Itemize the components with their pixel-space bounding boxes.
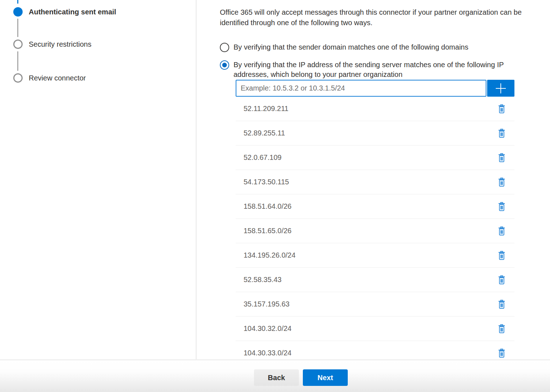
delete-ip-button[interactable]: [496, 103, 508, 115]
page-description: Office 365 will only accept messages thr…: [220, 7, 549, 28]
trash-icon: [498, 104, 506, 114]
delete-ip-button[interactable]: [496, 250, 508, 261]
delete-ip-button[interactable]: [496, 152, 508, 163]
ip-address-value: 104.30.33.0/24: [244, 349, 291, 357]
ip-address-value: 52.58.35.43: [244, 276, 282, 284]
delete-ip-button[interactable]: [496, 299, 508, 310]
ip-address-value: 52.0.67.109: [244, 153, 282, 162]
ip-address-value: 35.157.195.63: [244, 300, 290, 308]
next-button[interactable]: Next: [303, 369, 348, 386]
step-review-connector[interactable]: Review connector: [13, 73, 86, 83]
step-label: Review connector: [29, 74, 86, 82]
wizard-footer: Back Next: [0, 359, 550, 392]
radio-selected-icon: [220, 60, 229, 70]
ip-list-item: 52.89.255.11: [236, 121, 514, 146]
ip-list-item: 52.58.35.43: [236, 268, 514, 292]
ip-list-item: 52.11.209.211: [236, 97, 514, 121]
ip-address-value: 158.51.64.0/26: [244, 202, 291, 211]
trash-icon: [498, 275, 506, 285]
delete-ip-button[interactable]: [496, 225, 508, 237]
delete-ip-button[interactable]: [496, 176, 508, 188]
step-circle-icon: [13, 73, 23, 83]
delete-ip-button[interactable]: [496, 274, 508, 286]
ip-list-item: 104.30.32.0/24: [236, 317, 514, 341]
trash-icon: [498, 349, 506, 358]
ip-address-value: 54.173.50.115: [244, 178, 289, 186]
radio-option-label: By verifying that the IP address of the …: [234, 60, 538, 79]
trash-icon: [498, 129, 506, 138]
delete-ip-button[interactable]: [496, 128, 508, 139]
radio-option-label: By verifying that the sender domain matc…: [234, 42, 468, 52]
trash-icon: [498, 226, 506, 236]
delete-ip-button[interactable]: [496, 201, 508, 212]
step-label: Authenticating sent email: [29, 8, 116, 16]
ip-address-value: 104.30.32.0/24: [244, 324, 291, 333]
trash-icon: [498, 251, 506, 260]
delete-ip-button[interactable]: [496, 347, 508, 359]
delete-ip-button[interactable]: [496, 323, 508, 335]
step-authenticating-sent-email[interactable]: Authenticating sent email: [13, 7, 116, 17]
ip-address-value: 134.195.26.0/24: [244, 251, 296, 259]
trash-icon: [498, 153, 506, 162]
ip-list-item: 158.51.64.0/26: [236, 194, 514, 219]
ip-address-value: 158.51.65.0/26: [244, 227, 291, 235]
ip-list-item: 134.195.26.0/24: [236, 243, 514, 268]
trash-icon: [498, 324, 506, 333]
step-connector: [17, 51, 18, 71]
wizard-stepper: Authenticating sent email Security restr…: [0, 0, 196, 360]
ip-address-value: 52.89.255.11: [244, 129, 285, 137]
step-security-restrictions[interactable]: Security restrictions: [13, 40, 92, 49]
step-active-circle-icon: [13, 7, 23, 17]
step-connector: [17, 19, 18, 37]
step-connector: [17, 0, 18, 4]
plus-icon: [496, 83, 506, 93]
ip-list-item: 158.51.65.0/26: [236, 219, 514, 243]
ip-list-item: 54.173.50.115: [236, 170, 514, 194]
trash-icon: [498, 300, 506, 309]
vertical-divider: [196, 0, 197, 360]
step-label: Security restrictions: [29, 40, 92, 49]
add-ip-button[interactable]: [487, 80, 514, 97]
trash-icon: [498, 177, 506, 187]
ip-list-item: 104.30.33.0/24: [236, 341, 514, 360]
trash-icon: [498, 202, 506, 211]
radio-option-ip-address[interactable]: By verifying that the IP address of the …: [220, 60, 538, 79]
step-circle-icon: [13, 40, 23, 49]
ip-address-input[interactable]: [236, 80, 486, 97]
back-button[interactable]: Back: [254, 369, 299, 386]
ip-list-item: 52.0.67.109: [236, 146, 514, 170]
radio-unselected-icon: [220, 43, 229, 52]
ip-address-value: 52.11.209.211: [244, 105, 288, 113]
ip-address-list: 52.11.209.211 52.89.255.11 52.0.67.109 5…: [236, 97, 514, 360]
radio-option-sender-domain[interactable]: By verifying that the sender domain matc…: [220, 42, 468, 52]
ip-list-item: 35.157.195.63: [236, 292, 514, 317]
